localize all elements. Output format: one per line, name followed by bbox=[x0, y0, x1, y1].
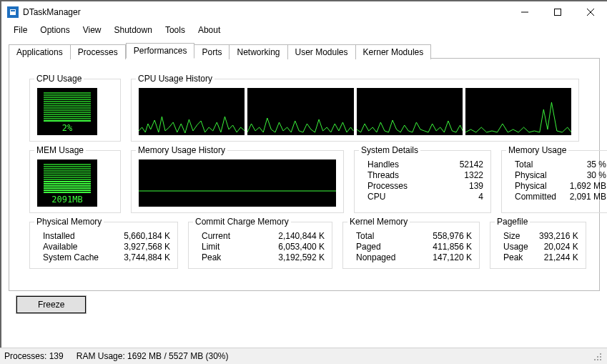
cpu-history-chart-1 bbox=[139, 88, 245, 135]
tab-processes[interactable]: Processes bbox=[71, 44, 126, 59]
mem-gauge-value: 2091MB bbox=[51, 195, 82, 205]
svg-rect-8 bbox=[600, 356, 601, 358]
value: 4 bbox=[433, 192, 483, 202]
cpu-history-chart-4 bbox=[465, 88, 571, 135]
label: Available bbox=[37, 242, 120, 252]
tab-applications[interactable]: Applications bbox=[9, 44, 71, 59]
value: 21,244 K bbox=[528, 252, 578, 262]
label: Peak bbox=[196, 252, 275, 262]
label: Physical bbox=[509, 181, 556, 191]
value: 52142 bbox=[433, 159, 483, 169]
status-bar: Processes: 139 RAM Usage: 1692 MB / 5527… bbox=[1, 348, 607, 364]
svg-rect-3 bbox=[555, 9, 561, 16]
tab-user-modules[interactable]: User Modules bbox=[288, 44, 356, 59]
menu-shutdown[interactable]: Shutdown bbox=[108, 24, 159, 36]
group-label: Memory Usage bbox=[506, 145, 568, 155]
menubar: File Options View Shutdown Tools About bbox=[1, 23, 607, 37]
label: Total bbox=[509, 159, 556, 169]
titlebar: DTaskManager bbox=[1, 1, 607, 23]
tab-networking[interactable]: Networking bbox=[230, 44, 287, 59]
label: Handles bbox=[362, 159, 433, 169]
value: 5,660,184 K bbox=[120, 231, 170, 241]
svg-rect-11 bbox=[600, 359, 601, 360]
group-label: Pagefile bbox=[495, 217, 530, 227]
app-icon bbox=[7, 6, 19, 18]
value: 20,024 K bbox=[528, 242, 578, 252]
minimize-button[interactable] bbox=[508, 1, 541, 23]
value: 411,856 K bbox=[422, 242, 472, 252]
window-title: DTaskManager bbox=[23, 7, 508, 17]
group-label: Memory Usage History bbox=[136, 145, 227, 155]
label: Committed bbox=[509, 192, 556, 202]
mem-gauge: 2091MB bbox=[37, 159, 97, 207]
menu-tools[interactable]: Tools bbox=[159, 24, 192, 36]
maximize-button[interactable] bbox=[541, 1, 574, 23]
menu-view[interactable]: View bbox=[77, 24, 108, 36]
label: Threads bbox=[362, 170, 433, 180]
svg-rect-7 bbox=[597, 356, 598, 358]
close-button[interactable] bbox=[574, 1, 607, 23]
cpu-history-chart-2 bbox=[247, 88, 353, 135]
resize-grip-icon[interactable] bbox=[591, 350, 603, 362]
group-label: System Details bbox=[359, 145, 420, 155]
value: 3,744,884 K bbox=[120, 252, 170, 262]
group-system-details: System Details Handles52142 Threads1322 … bbox=[354, 150, 491, 213]
tab-kerner-modules[interactable]: Kerner Modules bbox=[356, 44, 432, 59]
value: 1,692 MB bbox=[556, 181, 606, 191]
label: Limit bbox=[196, 242, 275, 252]
group-pagefile: Pagefile Size393,216 K Usage20,024 K Pea… bbox=[490, 222, 586, 269]
group-commit-charge: Commit Charge Memory Current2,140,844 K … bbox=[188, 222, 332, 269]
group-memory-usage: Memory Usage Total35 % Physical30 % Phys… bbox=[501, 150, 607, 213]
group-label: CPU Usage History bbox=[136, 74, 214, 84]
label: CPU bbox=[362, 192, 433, 202]
menu-file[interactable]: File bbox=[7, 24, 34, 36]
label: Current bbox=[196, 231, 275, 241]
group-cpu-usage: CPU Usage 2% bbox=[29, 79, 121, 142]
group-cpu-history: CPU Usage History bbox=[131, 79, 579, 142]
label: Total bbox=[350, 231, 422, 241]
label: Nonpaged bbox=[350, 252, 422, 262]
value: 1322 bbox=[433, 170, 483, 180]
tab-strip: Applications Processes Performances Port… bbox=[9, 43, 600, 59]
group-kernel-memory: Kernel Memory Total558,976 K Paged411,85… bbox=[342, 222, 480, 269]
label: Peak bbox=[498, 252, 528, 262]
group-label: Physical Memory bbox=[34, 217, 104, 227]
label: Size bbox=[498, 231, 528, 241]
label: Installed bbox=[37, 231, 120, 241]
menu-options[interactable]: Options bbox=[34, 24, 76, 36]
value: 558,976 K bbox=[422, 231, 472, 241]
tab-content: CPU Usage 2% CPU Usage History MEM Usage bbox=[9, 59, 600, 291]
group-physical-memory: Physical Memory Installed5,660,184 K Ava… bbox=[29, 222, 178, 269]
cpu-gauge-value: 2% bbox=[62, 123, 72, 133]
group-label: CPU Usage bbox=[34, 74, 84, 84]
value: 3,927,568 K bbox=[120, 242, 170, 252]
value: 393,216 K bbox=[528, 231, 578, 241]
label: Physical bbox=[509, 170, 556, 180]
freeze-button[interactable]: Freeze bbox=[16, 295, 87, 314]
svg-rect-1 bbox=[11, 10, 15, 11]
group-label: MEM Usage bbox=[34, 145, 86, 155]
value: 3,192,592 K bbox=[275, 252, 325, 262]
value: 2,140,844 K bbox=[275, 231, 325, 241]
cpu-gauge: 2% bbox=[37, 88, 97, 135]
mem-history-chart bbox=[139, 159, 336, 207]
value: 147,120 K bbox=[422, 252, 472, 262]
label: Paged bbox=[350, 242, 422, 252]
svg-rect-6 bbox=[600, 353, 601, 355]
label: Processes bbox=[362, 181, 433, 191]
menu-about[interactable]: About bbox=[192, 24, 227, 36]
tab-performances[interactable]: Performances bbox=[126, 43, 195, 59]
cpu-history-chart-3 bbox=[357, 88, 463, 135]
value: 30 % bbox=[556, 170, 606, 180]
group-label: Kernel Memory bbox=[347, 217, 410, 227]
status-processes: Processes: 139 bbox=[4, 351, 64, 361]
svg-rect-9 bbox=[594, 359, 596, 360]
label: Usage bbox=[498, 242, 528, 252]
value: 139 bbox=[433, 181, 483, 191]
group-mem-usage: MEM Usage 2091MB bbox=[29, 150, 121, 213]
group-label: Commit Charge Memory bbox=[193, 217, 291, 227]
value: 2,091 MB bbox=[556, 192, 606, 202]
tab-ports[interactable]: Ports bbox=[194, 44, 230, 59]
value: 6,053,400 K bbox=[275, 242, 325, 252]
group-mem-history: Memory Usage History bbox=[131, 150, 344, 213]
